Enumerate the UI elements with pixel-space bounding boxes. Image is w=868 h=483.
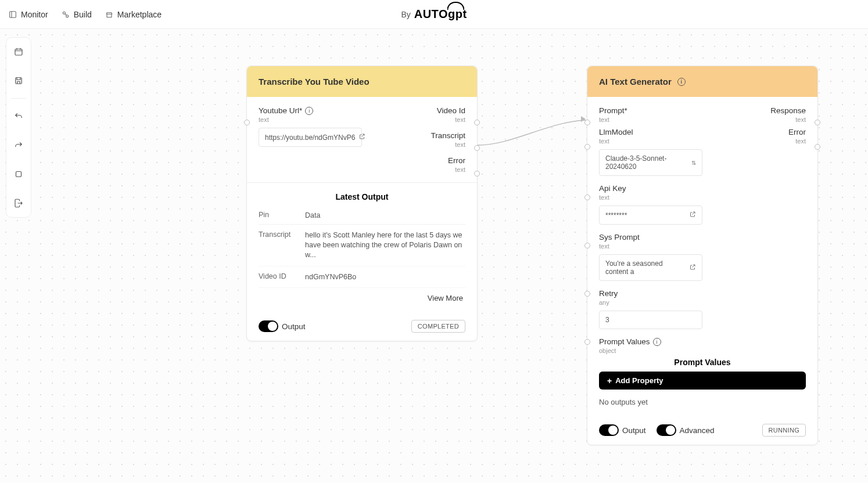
node1-input-youtube-url: Youtube Url* i text https://youtu.be/ndG… bbox=[259, 106, 362, 147]
save-button[interactable] bbox=[13, 75, 24, 86]
node2-prompt-type: text bbox=[599, 116, 627, 123]
svg-rect-0 bbox=[10, 11, 16, 17]
svg-rect-3 bbox=[15, 49, 22, 56]
info-icon[interactable]: i bbox=[305, 107, 313, 115]
sidebar-divider bbox=[11, 98, 26, 99]
brand-prefix: By bbox=[401, 10, 410, 19]
port-out-error[interactable] bbox=[474, 171, 480, 176]
node2-response-type: text bbox=[795, 116, 806, 123]
node1-youtube-url-type: text bbox=[259, 116, 362, 123]
redo-button[interactable] bbox=[13, 139, 24, 151]
port-out-transcript[interactable] bbox=[474, 145, 480, 151]
node-ai-text-generator[interactable]: AI Text Generator i Prompt* text Respons… bbox=[587, 66, 818, 445]
redo-icon bbox=[13, 140, 24, 150]
node2-retry-input[interactable]: 3 bbox=[599, 311, 702, 329]
node2-sysprompt-type: text bbox=[599, 243, 806, 250]
output-toggle-label: Output bbox=[622, 426, 646, 435]
nav-marketplace-label: Marketplace bbox=[117, 10, 162, 19]
advanced-toggle[interactable] bbox=[657, 424, 676, 436]
stop-button[interactable] bbox=[13, 168, 24, 180]
node1-video-id-label: Video Id bbox=[437, 106, 465, 115]
port-in-retry[interactable] bbox=[584, 291, 590, 297]
topbar: Monitor Build Marketplace By AUTOgpt bbox=[0, 0, 868, 29]
save-icon bbox=[13, 75, 24, 86]
node2-llmmodel-type: text bbox=[599, 138, 702, 145]
port-in-sysprompt[interactable] bbox=[584, 243, 590, 248]
cell-pin: Video ID bbox=[259, 272, 305, 282]
node2-retry-value: 3 bbox=[605, 316, 609, 324]
nav-monitor-label: Monitor bbox=[21, 10, 48, 19]
divider bbox=[247, 182, 477, 183]
info-icon[interactable]: i bbox=[677, 78, 686, 86]
node-transcribe-youtube[interactable]: Transcribe You Tube Video Youtube Url* i… bbox=[246, 66, 478, 341]
add-property-button[interactable]: + Add Property bbox=[599, 372, 806, 390]
node2-sysprompt-label: Sys Prompt bbox=[599, 233, 806, 242]
stop-icon bbox=[13, 169, 24, 179]
nav-build-label: Build bbox=[74, 10, 92, 19]
node1-output-transcript: Transcript text bbox=[431, 131, 465, 148]
node2-input-promptvalues: Prompt Values i object bbox=[599, 337, 806, 354]
node2-prompt-label: Prompt* bbox=[599, 106, 627, 115]
output-table: Pin Data Transcript hello it's Scott Man… bbox=[259, 207, 465, 288]
node2-sysprompt-input[interactable]: You're a seasoned content a bbox=[599, 254, 702, 281]
node2-llmmodel-value: Claude-3-5-Sonnet-20240620 bbox=[605, 154, 688, 171]
plus-icon: + bbox=[607, 377, 612, 385]
nav-marketplace[interactable]: Marketplace bbox=[105, 10, 162, 19]
node1-transcript-type: text bbox=[455, 141, 465, 148]
nav-build[interactable]: Build bbox=[61, 10, 92, 19]
no-outputs-text: No outputs yet bbox=[599, 398, 806, 406]
node2-apikey-input[interactable]: ******** bbox=[599, 206, 702, 225]
sidebar bbox=[6, 37, 31, 218]
port-in-apikey[interactable] bbox=[584, 194, 590, 200]
brand: By AUTOgpt bbox=[401, 8, 467, 21]
th-pin: Pin bbox=[259, 211, 305, 221]
output-toggle-wrap: Output bbox=[599, 424, 646, 436]
node1-youtube-url-value: https://youtu.be/ndGmYNvP6 bbox=[265, 134, 355, 142]
external-link-icon[interactable] bbox=[689, 211, 696, 219]
calendar-button[interactable] bbox=[13, 46, 24, 57]
info-icon[interactable]: i bbox=[653, 338, 661, 346]
node2-llmmodel-label: LlmModel bbox=[599, 128, 702, 136]
status-badge: RUNNING bbox=[762, 424, 806, 437]
logout-button[interactable] bbox=[13, 197, 24, 209]
external-link-icon[interactable] bbox=[689, 264, 696, 272]
port-out-error[interactable] bbox=[815, 144, 820, 150]
nav-monitor[interactable]: Monitor bbox=[8, 10, 48, 19]
view-more-link[interactable]: View More bbox=[259, 288, 465, 306]
node2-promptvalues-type: object bbox=[599, 347, 806, 354]
node2-body: Prompt* text Response text LlmModel text… bbox=[587, 97, 817, 418]
latest-output-title: Latest Output bbox=[259, 192, 465, 201]
node2-header[interactable]: AI Text Generator i bbox=[587, 66, 817, 97]
node2-output-error: Error text bbox=[788, 128, 806, 145]
node2-promptvalues-label: Prompt Values i bbox=[599, 337, 806, 346]
external-link-icon[interactable] bbox=[358, 133, 365, 142]
node2-footer: Output Advanced RUNNING bbox=[587, 418, 817, 445]
node2-response-label: Response bbox=[770, 106, 806, 115]
node1-youtube-url-input[interactable]: https://youtu.be/ndGmYNvP6 bbox=[259, 128, 362, 147]
node2-error-type: text bbox=[795, 138, 806, 145]
node2-apikey-value: ******** bbox=[605, 211, 627, 219]
port-in-llmmodel[interactable] bbox=[584, 144, 590, 150]
node2-sysprompt-value: You're a seasoned content a bbox=[605, 259, 686, 276]
advanced-toggle-label: Advanced bbox=[680, 426, 715, 435]
port-in-promptvalues[interactable] bbox=[584, 339, 590, 345]
port-out-response[interactable] bbox=[815, 120, 820, 125]
status-badge: COMPLETED bbox=[411, 320, 465, 333]
chevron-updown-icon: ⇅ bbox=[691, 160, 696, 166]
port-out-video-id[interactable] bbox=[474, 120, 480, 125]
node1-error-label: Error bbox=[448, 156, 465, 165]
node2-error-label: Error bbox=[788, 128, 806, 136]
node2-input-sysprompt: Sys Prompt text You're a seasoned conten… bbox=[599, 233, 806, 281]
svg-rect-4 bbox=[16, 78, 22, 84]
node1-header[interactable]: Transcribe You Tube Video bbox=[247, 66, 477, 97]
table-header: Pin Data bbox=[259, 207, 465, 225]
output-toggle[interactable] bbox=[259, 320, 278, 332]
node1-body: Youtube Url* i text https://youtu.be/ndG… bbox=[247, 97, 477, 314]
port-in-youtube-url[interactable] bbox=[244, 120, 250, 125]
output-toggle[interactable] bbox=[599, 424, 619, 436]
table-row: Transcript hello it's Scott Manley here … bbox=[259, 225, 465, 266]
brand-logo: AUTOgpt bbox=[414, 8, 467, 21]
node2-llmmodel-input[interactable]: Claude-3-5-Sonnet-20240620 ⇅ bbox=[599, 149, 702, 176]
undo-button[interactable] bbox=[13, 110, 24, 122]
node1-output-error: Error text bbox=[448, 156, 465, 173]
